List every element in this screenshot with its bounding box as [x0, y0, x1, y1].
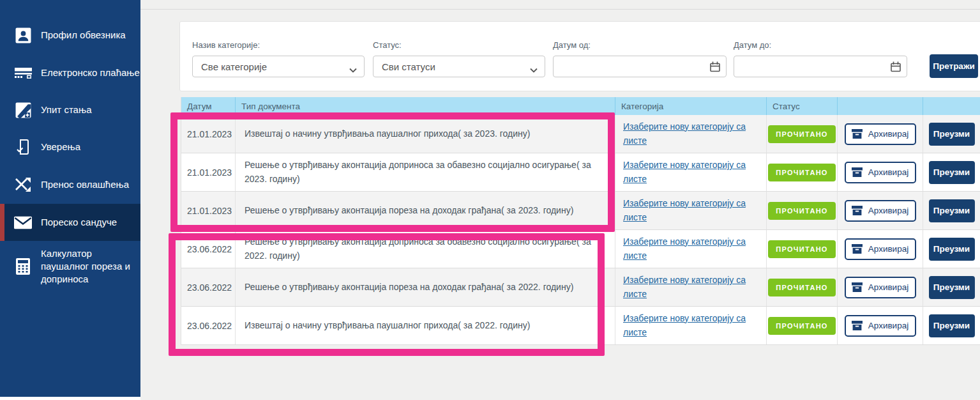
status-badge: ПРОЧИТАНО [768, 240, 835, 258]
status-badge: ПРОЧИТАНО [768, 317, 835, 335]
date-from-input[interactable] [553, 56, 727, 77]
row-status-cell: ПРОЧИТАНО [767, 268, 838, 306]
sidebar-item-label: Упит стања [41, 104, 91, 116]
status-select[interactable]: Сви статуси [373, 56, 545, 77]
date-from-label: Датум од: [553, 40, 591, 50]
sidebar-item-profil-obveznika[interactable]: Профил обвезника [0, 17, 140, 54]
sidebar-item-partial[interactable] [0, 0, 140, 6]
user-icon [14, 27, 32, 43]
category-filter-label: Назив категорије: [192, 40, 260, 50]
row-archive-cell: Архивирај [838, 115, 923, 153]
sidebar-item-kalkulator[interactable]: Калкулатор паушалног пореза и доприноса [0, 248, 140, 285]
table-row: 23.06.2022 Извештај о начину утврђивања … [181, 307, 980, 345]
status-badge: ПРОЧИТАНО [768, 125, 835, 143]
download-button[interactable]: Преузми [929, 276, 975, 299]
archive-box-icon [852, 167, 863, 177]
choose-category-link[interactable]: Изаберите нову категорију са листе [623, 273, 752, 301]
calendar-icon[interactable] [891, 61, 901, 74]
sidebar-item-label: Калкулатор паушалног пореза и доприноса [41, 247, 140, 286]
sidebar-item-upit-stanja[interactable]: Упит стања [0, 91, 140, 128]
envelope-icon [14, 216, 32, 229]
archive-box-icon [852, 321, 863, 330]
download-button[interactable]: Преузми [929, 123, 975, 146]
sidebar-item-label: Уверења [41, 141, 80, 153]
table-row: 23.06.2022 Решење о утврђивању аконтациј… [181, 268, 980, 307]
filter-panel: Назив категорије: Све категорије Статус:… [179, 21, 980, 91]
shuffle-arrows-icon [14, 178, 32, 192]
header-document-type: Тип документа [236, 97, 615, 115]
archive-button[interactable]: Архивирај [845, 200, 916, 222]
chevron-down-icon [349, 64, 357, 75]
table-row: 21.01.2023 Решење о утврђивању аконтациј… [181, 153, 980, 192]
download-button[interactable]: Преузми [929, 199, 975, 222]
archive-button[interactable]: Архивирај [845, 277, 916, 298]
archive-button[interactable]: Архивирај [845, 238, 916, 260]
sidebar-bottom-strip [0, 397, 140, 400]
archive-button-label: Архивирај [868, 321, 908, 330]
row-document-type: Решење о утврђивању аконтација пореза на… [236, 268, 615, 306]
row-date: 23.06.2022 [181, 307, 236, 344]
archive-box-icon [852, 244, 863, 254]
sidebar-item-poresko-sanduce[interactable]: Пореско сандуче [0, 204, 140, 241]
row-date: 23.06.2022 [181, 268, 236, 306]
calculator-icon [14, 258, 32, 275]
download-button[interactable]: Преузми [929, 238, 975, 261]
archive-button-label: Архивирај [868, 167, 908, 177]
row-archive-cell: Архивирај [838, 268, 923, 306]
archive-box-icon [852, 206, 863, 215]
status-select-value: Сви статуси [373, 61, 435, 72]
row-download-cell: Преузми [923, 307, 980, 344]
category-select[interactable]: Све категорије [192, 56, 365, 77]
header-archive [838, 97, 923, 115]
archive-button-label: Архивирај [868, 282, 908, 292]
row-category-cell: Изаберите нову категорију са листе [615, 268, 767, 306]
credit-card-icon [14, 66, 32, 79]
choose-category-link[interactable]: Изаберите нову категорију са листе [623, 235, 752, 263]
sidebar: Профил обвезника Електронско плаћање Упи… [0, 0, 140, 397]
archive-button[interactable]: Архивирај [845, 123, 916, 145]
table-header-row: Датум Тип документа Категорија Статус [181, 97, 980, 115]
header-category: Категорија [615, 97, 767, 115]
sidebar-item-prenos-ovlascenja[interactable]: Пренос овлашћења [0, 166, 140, 203]
choose-category-link[interactable]: Изаберите нову категорију са листе [623, 120, 752, 148]
status-badge: ПРОЧИТАНО [768, 202, 835, 220]
row-archive-cell: Архивирај [838, 307, 923, 344]
row-date: 21.01.2023 [181, 153, 236, 191]
sidebar-item-label: Профил обвезника [41, 29, 126, 42]
choose-category-link[interactable]: Изаберите нову категорију са листе [623, 158, 752, 186]
download-button[interactable]: Преузми [929, 161, 975, 184]
header-date: Датум [181, 97, 236, 115]
documents-table: Датум Тип документа Категорија Статус 21… [181, 97, 980, 345]
row-category-cell: Изаберите нову категорију са листе [615, 307, 767, 344]
date-to-label: Датум до: [734, 40, 771, 50]
certificate-icon [14, 139, 32, 155]
archive-button-label: Архивирај [868, 129, 908, 139]
date-to-input[interactable] [734, 56, 907, 77]
sidebar-item-elektronsko-placanje[interactable]: Електронско плаћање [0, 54, 140, 91]
download-button[interactable]: Преузми [929, 314, 975, 337]
row-document-type: Решење о утврђивању аконтација доприноса… [236, 230, 615, 268]
search-button[interactable]: Претражи [930, 54, 978, 78]
row-status-cell: ПРОЧИТАНО [767, 115, 838, 153]
archive-button[interactable]: Архивирај [845, 162, 916, 183]
row-category-cell: Изаберите нову категорију са листе [615, 192, 767, 229]
row-download-cell: Преузми [923, 153, 980, 191]
calendar-icon[interactable] [710, 61, 720, 74]
row-archive-cell: Архивирај [838, 192, 923, 229]
archive-box-icon [852, 282, 863, 292]
row-status-cell: ПРОЧИТАНО [767, 192, 838, 229]
row-document-type: Решење о утврђивању аконтација пореза на… [236, 192, 615, 229]
archive-button[interactable]: Архивирај [845, 315, 916, 337]
choose-category-link[interactable]: Изаберите нову категорију са листе [623, 197, 752, 224]
top-divider-line [140, 9, 980, 10]
table-row: 23.06.2022 Решење о утврђивању аконтациј… [181, 230, 980, 268]
header-download [923, 97, 980, 115]
row-download-cell: Преузми [923, 230, 980, 268]
sidebar-item-uverenja[interactable]: Уверења [0, 128, 140, 165]
row-category-cell: Изаберите нову категорију са листе [615, 230, 767, 268]
table-row: 21.01.2023 Решење о утврђивању аконтациј… [181, 192, 980, 230]
row-status-cell: ПРОЧИТАНО [767, 153, 838, 191]
choose-category-link[interactable]: Изаберите нову категорију са листе [623, 312, 752, 339]
archive-box-icon [852, 129, 863, 139]
table-row: 21.01.2023 Извештај о начину утврђивања … [181, 115, 980, 153]
